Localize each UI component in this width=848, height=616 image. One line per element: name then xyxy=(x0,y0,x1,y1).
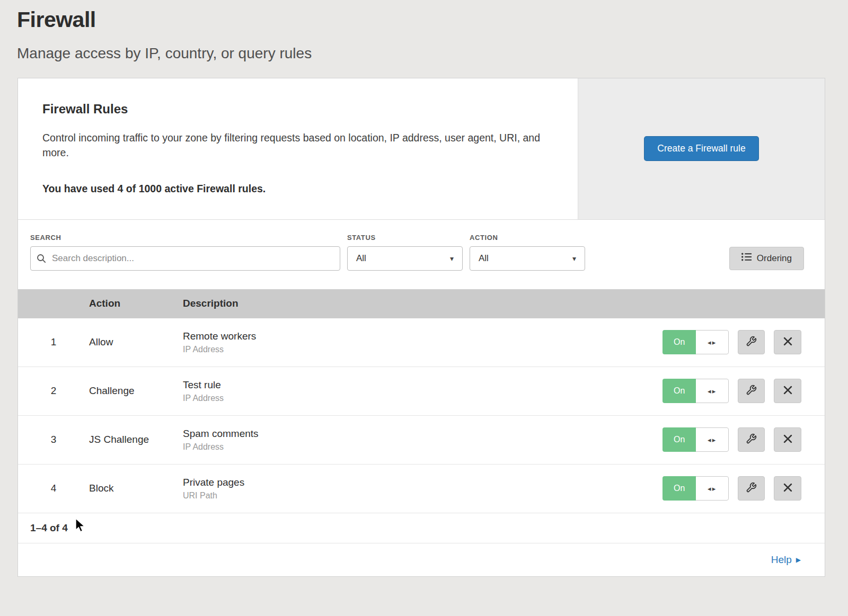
table-row: 2 Challenge Test rule IP Address On ◂▸ xyxy=(18,367,825,416)
action-filter-group: ACTION All ▾ xyxy=(470,234,585,271)
delete-rule-button[interactable] xyxy=(774,379,801,403)
rule-number: 4 xyxy=(18,483,89,494)
rule-match-type: IP Address xyxy=(183,345,662,354)
delete-rule-button[interactable] xyxy=(774,330,801,354)
ordering-button[interactable]: Ordering xyxy=(729,247,804,270)
wrench-icon xyxy=(746,433,757,446)
panel-action-area: Create a Firewall rule xyxy=(578,78,825,219)
delete-rule-button[interactable] xyxy=(774,427,801,452)
edit-rule-button[interactable] xyxy=(738,427,765,452)
rule-match-type: IP Address xyxy=(183,394,662,403)
edit-rule-button[interactable] xyxy=(738,330,765,354)
toggle-handle-icon[interactable]: ◂▸ xyxy=(696,379,728,403)
pagination-text: 1–4 of 4 xyxy=(30,522,68,534)
rule-enable-toggle[interactable]: On ◂▸ xyxy=(662,379,729,403)
usage-note: You have used 4 of 1000 active Firewall … xyxy=(42,183,546,195)
rule-controls: On ◂▸ xyxy=(662,379,825,403)
panel-text-area: Firewall Rules Control incoming traffic … xyxy=(18,78,578,219)
delete-rule-button[interactable] xyxy=(774,476,801,501)
panel-heading: Firewall Rules xyxy=(42,102,546,117)
rule-enable-toggle[interactable]: On ◂▸ xyxy=(662,427,729,452)
rule-action: Allow xyxy=(89,336,183,348)
create-firewall-rule-button[interactable]: Create a Firewall rule xyxy=(644,136,758,161)
toggle-on-label[interactable]: On xyxy=(662,427,696,452)
page-title: Firewall xyxy=(17,7,831,32)
rule-description: Test rule IP Address xyxy=(183,379,662,403)
rule-match-type: IP Address xyxy=(183,442,662,452)
close-icon xyxy=(783,386,792,396)
footer-row: Help ▶ xyxy=(18,543,825,576)
close-icon xyxy=(783,337,792,347)
status-label: STATUS xyxy=(347,234,463,242)
close-icon xyxy=(783,483,792,494)
rule-action: JS Challenge xyxy=(89,434,183,445)
rule-match-type: URI Path xyxy=(183,491,662,501)
wrench-icon xyxy=(746,385,757,397)
search-wrapper xyxy=(30,246,340,271)
wrench-icon xyxy=(746,336,757,349)
rule-description-title: Test rule xyxy=(183,379,662,391)
rule-description: Remote workers IP Address xyxy=(183,331,662,354)
rule-action: Block xyxy=(89,483,183,494)
toggle-handle-icon[interactable]: ◂▸ xyxy=(696,330,728,354)
toggle-handle-icon[interactable]: ◂▸ xyxy=(696,476,728,501)
edit-rule-button[interactable] xyxy=(738,476,765,501)
rule-description-title: Remote workers xyxy=(183,331,662,342)
toggle-handle-icon[interactable]: ◂▸ xyxy=(696,427,728,452)
ordering-list-icon xyxy=(741,253,752,264)
pagination: 1–4 of 4 xyxy=(18,513,825,543)
rule-number: 3 xyxy=(18,434,89,445)
rule-description: Spam comments IP Address xyxy=(183,428,662,452)
rule-description-title: Spam comments xyxy=(183,428,662,440)
action-label: ACTION xyxy=(470,234,585,242)
header-description: Description xyxy=(183,298,662,309)
chevron-down-icon: ▾ xyxy=(572,254,576,263)
page-subtitle: Manage access by IP, country, or query r… xyxy=(17,45,831,62)
rule-controls: On ◂▸ xyxy=(662,427,825,452)
status-dropdown[interactable]: All ▾ xyxy=(347,246,463,271)
search-input[interactable] xyxy=(30,246,340,271)
rule-number: 1 xyxy=(18,336,89,348)
filters-bar: SEARCH STATUS All ▾ ACTION All ▾ xyxy=(18,220,825,289)
toggle-on-label[interactable]: On xyxy=(662,330,696,354)
header-action: Action xyxy=(89,298,183,309)
rule-description: Private pages URI Path xyxy=(183,477,662,501)
action-dropdown-value: All xyxy=(479,253,489,264)
table-row: 1 Allow Remote workers IP Address On ◂▸ xyxy=(18,318,825,367)
panel-description: Control incoming traffic to your zone by… xyxy=(42,130,543,160)
status-filter-group: STATUS All ▾ xyxy=(347,234,463,271)
help-link-label: Help xyxy=(771,554,792,566)
table-row: 3 JS Challenge Spam comments IP Address … xyxy=(18,416,825,465)
status-dropdown-value: All xyxy=(356,253,366,264)
table-body: 1 Allow Remote workers IP Address On ◂▸ xyxy=(18,318,825,513)
edit-rule-button[interactable] xyxy=(738,379,765,403)
close-icon xyxy=(783,434,792,445)
action-dropdown[interactable]: All ▾ xyxy=(470,246,585,271)
table-row: 4 Block Private pages URI Path On ◂▸ xyxy=(18,465,825,513)
rule-enable-toggle[interactable]: On ◂▸ xyxy=(662,476,729,501)
search-label: SEARCH xyxy=(30,234,340,242)
help-arrow-icon: ▶ xyxy=(796,556,801,564)
help-link[interactable]: Help ▶ xyxy=(771,554,801,566)
wrench-icon xyxy=(746,482,757,495)
ordering-button-label: Ordering xyxy=(757,253,792,264)
toggle-on-label[interactable]: On xyxy=(662,379,696,403)
rule-enable-toggle[interactable]: On ◂▸ xyxy=(662,330,729,354)
rule-controls: On ◂▸ xyxy=(662,330,825,354)
rule-description-title: Private pages xyxy=(183,477,662,488)
firewall-rules-panel: Firewall Rules Control incoming traffic … xyxy=(18,78,825,220)
firewall-rules-card: Firewall Rules Control incoming traffic … xyxy=(17,78,825,577)
rule-action: Challenge xyxy=(89,385,183,397)
rule-number: 2 xyxy=(18,385,89,397)
search-filter-group: SEARCH xyxy=(30,234,340,271)
rule-controls: On ◂▸ xyxy=(662,476,825,501)
toggle-on-label[interactable]: On xyxy=(662,476,696,501)
table-header-row: Action Description xyxy=(18,289,825,318)
search-icon xyxy=(37,254,46,265)
page-header: Firewall Manage access by IP, country, o… xyxy=(0,0,848,62)
chevron-down-icon: ▾ xyxy=(450,254,454,263)
